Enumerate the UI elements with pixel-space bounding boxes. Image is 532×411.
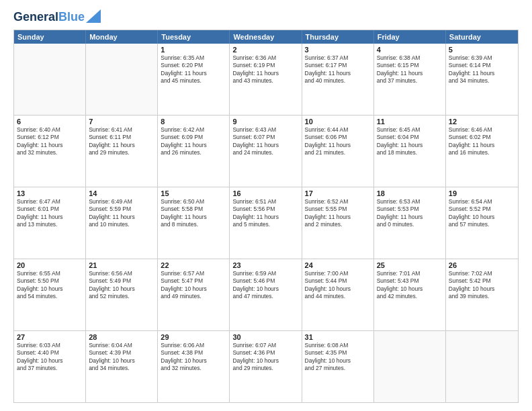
- cell-line: Sunset: 5:44 PM: [305, 277, 371, 285]
- cell-line: Sunset: 5:43 PM: [377, 277, 443, 285]
- calendar-cell: 16Sunrise: 6:51 AMSunset: 5:56 PMDayligh…: [230, 187, 302, 259]
- cell-line: Sunset: 6:09 PM: [161, 134, 226, 141]
- header: GeneralBlue: [13, 11, 519, 24]
- calendar-cell: 1Sunrise: 6:35 AMSunset: 6:20 PMDaylight…: [158, 44, 230, 115]
- calendar-week-2: 6Sunrise: 6:40 AMSunset: 6:12 PMDaylight…: [14, 115, 518, 187]
- calendar-cell: 2Sunrise: 6:36 AMSunset: 6:19 PMDaylight…: [230, 44, 302, 115]
- cell-line: Daylight: 11 hours: [305, 214, 371, 221]
- cell-line: and 10 minutes.: [89, 221, 154, 228]
- cell-line: Daylight: 10 hours: [89, 357, 154, 365]
- calendar-cell: 26Sunrise: 7:02 AMSunset: 5:42 PMDayligh…: [446, 259, 518, 330]
- calendar-cell: [446, 331, 518, 402]
- cell-line: Sunrise: 6:07 AM: [232, 342, 298, 349]
- cell-line: Sunrise: 6:54 AM: [449, 198, 515, 205]
- calendar-cell: 10Sunrise: 6:44 AMSunset: 6:06 PMDayligh…: [302, 116, 374, 187]
- header-day-friday: Friday: [374, 30, 446, 44]
- calendar-cell: 14Sunrise: 6:49 AMSunset: 5:59 PMDayligh…: [86, 187, 158, 259]
- cell-line: Sunrise: 6:57 AM: [161, 270, 226, 277]
- header-day-wednesday: Wednesday: [230, 30, 302, 44]
- logo: GeneralBlue: [13, 11, 101, 24]
- cell-line: Sunset: 4:40 PM: [17, 349, 83, 357]
- cell-line: and 37 minutes.: [17, 365, 83, 372]
- calendar-cell: 7Sunrise: 6:41 AMSunset: 6:11 PMDaylight…: [86, 116, 158, 187]
- calendar-cell: 15Sunrise: 6:50 AMSunset: 5:58 PMDayligh…: [158, 187, 230, 259]
- cell-line: Sunset: 5:49 PM: [89, 277, 154, 285]
- cell-line: Daylight: 10 hours: [161, 285, 226, 293]
- cell-line: Sunset: 5:59 PM: [89, 205, 154, 213]
- cell-line: Sunset: 5:52 PM: [449, 205, 515, 213]
- cell-line: and 44 minutes.: [305, 293, 371, 300]
- day-number: 5: [449, 46, 515, 54]
- calendar-cell: 21Sunrise: 6:56 AMSunset: 5:49 PMDayligh…: [86, 259, 158, 330]
- logo-icon: [86, 9, 101, 23]
- cell-line: Sunrise: 6:45 AM: [377, 126, 443, 134]
- day-number: 13: [17, 189, 83, 197]
- cell-line: and 37 minutes.: [377, 77, 443, 85]
- day-number: 16: [232, 189, 298, 197]
- cell-line: and 29 minutes.: [232, 365, 298, 372]
- calendar-cell: 31Sunrise: 6:08 AMSunset: 4:35 PMDayligh…: [302, 331, 374, 402]
- calendar-cell: 23Sunrise: 6:59 AMSunset: 5:46 PMDayligh…: [230, 259, 302, 330]
- day-number: 18: [377, 189, 443, 197]
- cell-line: Daylight: 10 hours: [89, 285, 154, 293]
- cell-line: Sunrise: 6:03 AM: [17, 342, 83, 349]
- day-number: 8: [161, 118, 226, 126]
- cell-line: Sunset: 5:58 PM: [161, 205, 226, 213]
- day-number: 22: [161, 261, 226, 269]
- cell-line: Sunset: 6:19 PM: [232, 62, 298, 69]
- day-number: 4: [377, 46, 443, 54]
- cell-line: and 34 minutes.: [449, 77, 515, 85]
- svg-marker-0: [86, 9, 101, 23]
- logo-text: GeneralBlue: [13, 11, 85, 24]
- cell-line: and 40 minutes.: [305, 77, 371, 85]
- cell-line: Sunrise: 6:35 AM: [161, 54, 226, 62]
- cell-line: Daylight: 11 hours: [89, 214, 154, 221]
- cell-line: Sunset: 6:17 PM: [305, 62, 371, 69]
- day-number: 15: [161, 189, 226, 197]
- cell-line: Sunrise: 6:37 AM: [305, 54, 371, 62]
- cell-line: Sunset: 6:02 PM: [449, 134, 515, 141]
- cell-line: and 21 minutes.: [305, 149, 371, 156]
- calendar-cell: 19Sunrise: 6:54 AMSunset: 5:52 PMDayligh…: [446, 187, 518, 259]
- cell-line: Sunrise: 6:38 AM: [377, 54, 443, 62]
- cell-line: Sunset: 5:47 PM: [161, 277, 226, 285]
- cell-line: Sunset: 6:06 PM: [305, 134, 371, 141]
- cell-line: Sunrise: 6:55 AM: [17, 270, 83, 277]
- cell-line: Daylight: 11 hours: [377, 142, 443, 149]
- day-number: 26: [449, 261, 515, 269]
- cell-line: Sunset: 5:50 PM: [17, 277, 83, 285]
- day-number: 17: [305, 189, 371, 197]
- cell-line: Sunset: 4:39 PM: [89, 349, 154, 357]
- cell-line: and 42 minutes.: [377, 293, 443, 300]
- calendar-cell: 12Sunrise: 6:46 AMSunset: 6:02 PMDayligh…: [446, 116, 518, 187]
- cell-line: Daylight: 10 hours: [17, 285, 83, 293]
- cell-line: Sunrise: 6:43 AM: [232, 126, 298, 134]
- calendar-body: 1Sunrise: 6:35 AMSunset: 6:20 PMDaylight…: [14, 44, 518, 402]
- header-day-tuesday: Tuesday: [158, 30, 230, 44]
- cell-line: Daylight: 11 hours: [17, 214, 83, 221]
- cell-line: Daylight: 11 hours: [89, 142, 154, 149]
- cell-line: Sunset: 5:42 PM: [449, 277, 515, 285]
- day-number: 21: [89, 261, 154, 269]
- cell-line: Sunset: 6:14 PM: [449, 62, 515, 69]
- cell-line: Daylight: 11 hours: [232, 70, 298, 77]
- cell-line: Daylight: 11 hours: [17, 142, 83, 149]
- cell-line: Sunrise: 6:08 AM: [305, 342, 371, 349]
- calendar-cell: 6Sunrise: 6:40 AMSunset: 6:12 PMDaylight…: [14, 116, 86, 187]
- cell-line: Sunrise: 6:42 AM: [161, 126, 226, 134]
- page: GeneralBlue SundayMondayTuesdayWednesday…: [0, 0, 532, 411]
- calendar-cell: 8Sunrise: 6:42 AMSunset: 6:09 PMDaylight…: [158, 116, 230, 187]
- calendar-header: SundayMondayTuesdayWednesdayThursdayFrid…: [14, 30, 518, 44]
- cell-line: Sunset: 6:11 PM: [89, 134, 154, 141]
- calendar-cell: 20Sunrise: 6:55 AMSunset: 5:50 PMDayligh…: [14, 259, 86, 330]
- cell-line: Daylight: 11 hours: [305, 142, 371, 149]
- cell-line: Sunset: 6:04 PM: [377, 134, 443, 141]
- cell-line: and 34 minutes.: [89, 365, 154, 372]
- calendar-cell: 25Sunrise: 7:01 AMSunset: 5:43 PMDayligh…: [374, 259, 446, 330]
- cell-line: and 8 minutes.: [161, 221, 226, 228]
- cell-line: Sunrise: 6:44 AM: [305, 126, 371, 134]
- calendar-cell: 11Sunrise: 6:45 AMSunset: 6:04 PMDayligh…: [374, 116, 446, 187]
- day-number: 6: [17, 118, 83, 126]
- cell-line: Sunset: 6:01 PM: [17, 205, 83, 213]
- header-day-monday: Monday: [86, 30, 158, 44]
